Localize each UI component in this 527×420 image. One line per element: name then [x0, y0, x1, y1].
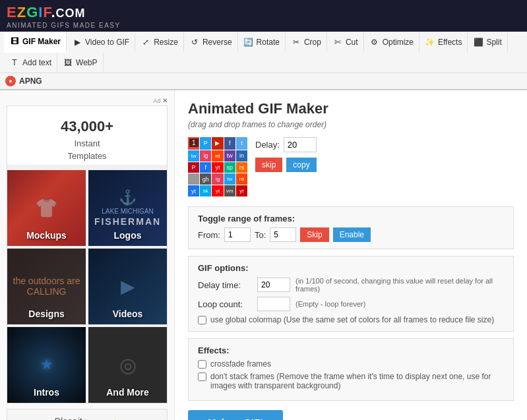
from-input[interactable]	[224, 227, 251, 242]
range-skip-button[interactable]: Skip	[300, 227, 328, 242]
nav-cut[interactable]: ✄ Cut	[327, 32, 364, 52]
webp-icon: 🖼	[63, 57, 73, 68]
nav-gif-maker[interactable]: 🎞 GIF Maker	[4, 32, 67, 53]
loop-count-input[interactable]	[257, 297, 290, 311]
frame-icon-14: sp	[224, 162, 235, 173]
frame-icon-11: P	[188, 162, 199, 173]
ad-cell-logos[interactable]: ⚓ LAKE MICHIGAN FISHERMAN Logos	[88, 170, 167, 246]
frame-icon-17: gh	[200, 173, 211, 185]
loop-count-hint: (Empty - loop forever)	[295, 300, 365, 308]
ad-label: Ad ✕	[7, 97, 168, 104]
from-label: From:	[198, 230, 220, 240]
nav-rotate[interactable]: 🔄 Rotate	[238, 32, 286, 52]
frame-icon-8: rd	[212, 150, 223, 162]
video-icon: ▶	[72, 37, 82, 47]
dont-stack-label: don't stack frames (Remove the frame whe…	[210, 372, 504, 390]
ad-cell-videos[interactable]: ▶ Videos	[88, 249, 167, 324]
frame-icon-21: yt	[188, 185, 199, 196]
site-tagline: ANIMATED GIFS MADE EASY	[7, 22, 520, 29]
frame-icon-6: tw	[188, 150, 199, 162]
frame-icon-9: tw	[224, 150, 235, 162]
ad-cell-intros-label: Intros	[7, 387, 86, 398]
delay-label: Delay:	[255, 140, 280, 150]
delay-time-input[interactable]	[257, 278, 290, 292]
frame-icon-20: rd	[236, 173, 247, 185]
nav-crop[interactable]: ✂ Crop	[286, 32, 327, 52]
gif-options-section: GIF options: Delay time: (in 1/100 of se…	[188, 256, 514, 332]
text-icon: T	[9, 57, 20, 68]
frame-icon-24: vm	[224, 185, 235, 196]
nav-optimize[interactable]: ⚙ Optimize	[364, 32, 419, 52]
main-content: Ad ✕ 43,000+ Instant Templates 👕 Mockups…	[0, 90, 527, 420]
frame-icon-4: f	[224, 137, 235, 150]
ad-stats-line1: Instant	[15, 138, 159, 150]
ad-cell-videos-label: Videos	[88, 309, 167, 319]
frame-icon-25: yt	[236, 185, 247, 196]
ad-stats-number: 43,000+	[15, 118, 159, 135]
ad-cell-intros[interactable]: ★ Intros	[7, 327, 86, 403]
frame-controls: Delay: skip copy	[255, 137, 317, 172]
cut-icon: ✄	[332, 37, 343, 47]
dont-stack-checkbox[interactable]	[198, 373, 206, 381]
ad-cell-mockup[interactable]: 👕 Mockups	[7, 170, 86, 246]
effects-title: Effects:	[198, 345, 504, 355]
crop-icon: ✂	[291, 37, 301, 47]
ad-stats-line2: Templates	[15, 150, 159, 162]
main-nav: 🎞 GIF Maker ▶ Video to GIF ⤢ Resize ↺ Re…	[0, 32, 527, 73]
frame-icon-18: ig	[212, 173, 223, 185]
skip-button[interactable]: skip	[255, 158, 282, 172]
make-gif-button[interactable]: Make a GIF!	[188, 410, 283, 420]
delay-input[interactable]	[284, 137, 317, 152]
nav-row2: ● APNG	[0, 73, 527, 90]
page-title: Animated GIF Maker	[188, 100, 514, 117]
loop-count-row: Loop count: (Empty - loop forever)	[198, 297, 504, 311]
delay-time-label: Delay time:	[198, 280, 257, 290]
frame-number: 1	[189, 138, 199, 147]
frame-icon-5: t	[236, 137, 247, 150]
rotate-icon: 🔄	[243, 37, 254, 47]
ad-cell-more-label: And More	[88, 387, 167, 398]
frame-icon-3: ▶	[212, 137, 223, 150]
page-subtitle: (drag and drop frames to change order)	[188, 120, 514, 129]
placeit-logo: Placeit by ●envato	[14, 416, 160, 420]
colormap-label: use global colormap (Use the same set of…	[210, 315, 494, 324]
delay-time-hint: (in 1/100 of second, changing this value…	[295, 277, 504, 293]
frame-icon-22: sk	[200, 185, 211, 196]
toggle-range-section: Toggle range of frames: From: To: Skip E…	[188, 206, 514, 249]
range-enable-button[interactable]: Enable	[333, 227, 371, 242]
site-header: EZGIF.COM ANIMATED GIFS MADE EASY	[0, 0, 527, 32]
frame-icon-10: in	[236, 150, 247, 162]
nav-add-text[interactable]: T Add text	[4, 53, 57, 73]
ad-cell-more[interactable]: ◎ And More	[88, 327, 167, 403]
delay-time-row: Delay time: (in 1/100 of second, changin…	[198, 277, 504, 293]
crossfade-checkbox[interactable]	[198, 360, 206, 369]
gif-maker-area: Animated GIF Maker (drag and drop frames…	[175, 90, 527, 420]
colormap-checkbox[interactable]	[198, 316, 206, 324]
frame-icon-12: f	[200, 162, 211, 173]
nav-reverse[interactable]: ↺ Reverse	[184, 32, 238, 52]
copy-button[interactable]: copy	[286, 158, 316, 172]
frame-icon-23: yt	[212, 185, 223, 196]
nav-resize[interactable]: ⤢ Resize	[135, 32, 184, 52]
gif-icon: 🎞	[9, 36, 20, 47]
range-row: From: To: Skip Enable	[198, 227, 504, 242]
frame-preview: 1 P ▶ f t tw ig rd tw in P f yt sp rs	[188, 137, 514, 196]
ad-grid: 👕 Mockups ⚓ LAKE MICHIGAN FISHERMAN Logo…	[7, 170, 167, 403]
nav-webp[interactable]: 🖼 WebP	[57, 53, 103, 73]
nav-apng[interactable]: ● APNG	[5, 76, 42, 86]
to-input[interactable]	[270, 227, 296, 242]
toggle-range-title: Toggle range of frames:	[198, 214, 504, 224]
frame-icon-2: P	[200, 137, 211, 150]
apng-icon: ●	[5, 76, 16, 86]
split-icon: ⬛	[473, 37, 483, 47]
frame-icon-13: yt	[212, 162, 223, 173]
ad-cell-designs-label: Designs	[7, 309, 86, 319]
delay-row: Delay:	[255, 137, 317, 152]
nav-split[interactable]: ⬛ Split	[468, 32, 507, 52]
effects-icon: ✨	[425, 37, 435, 47]
nav-video-to-gif[interactable]: ▶ Video to GIF	[67, 32, 135, 52]
ad-close-button[interactable]: ✕	[162, 97, 168, 104]
nav-effects[interactable]: ✨ Effects	[419, 32, 468, 52]
ad-cell-designs[interactable]: the outdoors are CALLING Designs	[7, 249, 86, 324]
ad-cell-mockup-label: Mockups	[7, 230, 86, 241]
